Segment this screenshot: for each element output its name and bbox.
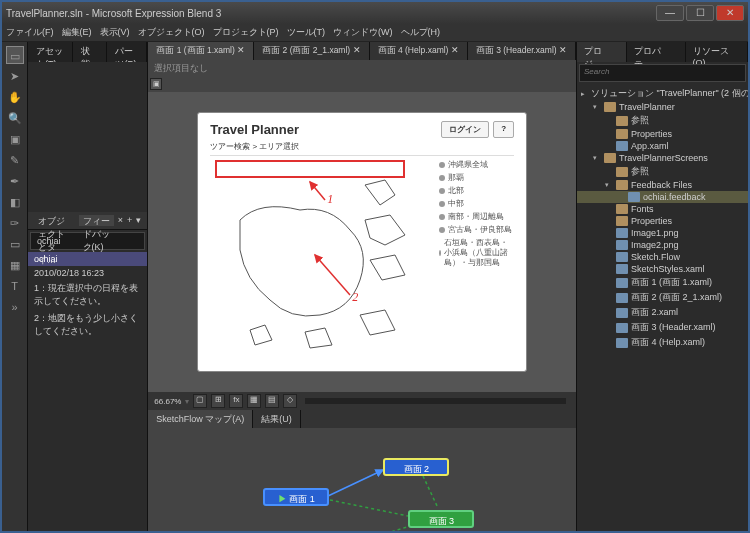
tree-item[interactable]: 参照	[577, 113, 748, 128]
artboard-title: Travel Planner	[210, 122, 299, 137]
pan-tool-icon[interactable]: ✋	[6, 88, 24, 106]
selection-tool-icon[interactable]: ▭	[6, 46, 24, 64]
rectangle-tool-icon[interactable]: ▭	[6, 235, 24, 253]
right-tab[interactable]: リソース(O)	[686, 42, 749, 62]
tree-item[interactable]: Properties	[577, 215, 748, 227]
menu-item[interactable]: ウィンドウ(W)	[333, 26, 393, 39]
camera-tool-icon[interactable]: ▣	[6, 130, 24, 148]
menu-item[interactable]: プロジェクト(P)	[213, 26, 279, 39]
menu-item[interactable]: オブジェクト(O)	[138, 26, 205, 39]
left-tabs: アセット(T)状態(S)パーツ(P)	[28, 42, 147, 62]
left-tab[interactable]: パーツ(P)	[107, 42, 147, 62]
tree-item[interactable]: Image2.png	[577, 239, 748, 251]
flow-node-2[interactable]: 画面 2	[383, 458, 449, 476]
crumb-1[interactable]: ツアー検索	[210, 142, 250, 151]
crumb-2: エリア選択	[259, 142, 299, 151]
brush-tool-icon[interactable]: ✒	[6, 172, 24, 190]
layout-tool-icon[interactable]: ▦	[6, 256, 24, 274]
zoom-percent[interactable]: 66.67%	[154, 397, 181, 406]
feedback-item: 1：現在選択中の日程を表示してください。	[28, 280, 147, 310]
title-bar: TravelPlanner.sln - Microsoft Expression…	[2, 2, 748, 24]
snap-icon[interactable]: ▤	[265, 394, 279, 408]
tree-item[interactable]: ochiai.feedback	[577, 191, 748, 203]
fit-icon[interactable]: ▢	[193, 394, 207, 408]
help-button[interactable]: ?	[493, 121, 514, 138]
tree-item[interactable]: 画面 3 (Header.xaml)	[577, 320, 748, 335]
tree-item[interactable]: 画面 4 (Help.xaml)	[577, 335, 748, 350]
tree-item[interactable]: 画面 2 (画面 2_1.xaml)	[577, 290, 748, 305]
login-button[interactable]: ログイン	[441, 121, 489, 138]
document-tab[interactable]: 画面 2 (画面 2_1.xaml) ✕	[254, 42, 369, 60]
flow-tab[interactable]: 結果(U)	[253, 410, 301, 428]
tree-item[interactable]: App.xaml	[577, 140, 748, 152]
actual-size-icon[interactable]: ⊞	[211, 394, 225, 408]
close-button[interactable]: ✕	[716, 5, 744, 21]
feedback-name: ochiai	[28, 252, 147, 266]
horizontal-scrollbar[interactable]	[305, 398, 566, 404]
panel-action-icon[interactable]: ▾	[136, 215, 141, 226]
panel-action-icon[interactable]: ×	[118, 215, 123, 226]
tree-item[interactable]: ▾Feedback Files	[577, 179, 748, 191]
tree-item[interactable]: Fonts	[577, 203, 748, 215]
document-tab[interactable]: 画面 4 (Help.xaml) ✕	[370, 42, 468, 60]
legend-item[interactable]: 中部	[439, 199, 514, 209]
tree-item[interactable]: 画面 2.xaml	[577, 305, 748, 320]
menu-item[interactable]: ファイル(F)	[6, 26, 54, 39]
grid-icon[interactable]: ▦	[247, 394, 261, 408]
eyedropper-tool-icon[interactable]: ✎	[6, 151, 24, 169]
tree-item[interactable]: SketchStyles.xaml	[577, 263, 748, 275]
legend-item[interactable]: 南部・周辺離島	[439, 212, 514, 222]
pen-tool-icon[interactable]: ✑	[6, 214, 24, 232]
asset-tool-icon[interactable]: »	[6, 298, 24, 316]
tree-item[interactable]: Image1.png	[577, 227, 748, 239]
panel-tab[interactable]: フィードバック(K)	[79, 215, 114, 226]
tree-item[interactable]: ▸ソリューション "TravelPlanner" (2 個のプロジェクト)	[577, 86, 748, 101]
legend-item[interactable]: 石垣島・西表島・小浜島（八重山諸島）・与那国島	[439, 238, 514, 268]
objects-feedback-tabs: オブジェクトとタイ…フィードバック(K)×+▾	[28, 212, 147, 230]
flow-tab[interactable]: SketchFlow マップ(A)	[148, 410, 253, 428]
menu-item[interactable]: ツール(T)	[287, 26, 326, 39]
tree-item[interactable]: 参照	[577, 164, 748, 179]
flow-node-1[interactable]: ▶ 画面 1	[263, 488, 329, 506]
effects-toggle-icon[interactable]: fx	[229, 394, 243, 408]
gradient-tool-icon[interactable]: ◧	[6, 193, 24, 211]
legend-item[interactable]: 那覇	[439, 173, 514, 183]
tree-item[interactable]: Properties	[577, 128, 748, 140]
svg-line-4	[330, 500, 408, 516]
legend-item[interactable]: 北部	[439, 186, 514, 196]
maximize-button[interactable]: ☐	[686, 5, 714, 21]
right-tab[interactable]: プロジ…	[577, 42, 627, 62]
panel-tab[interactable]: オブジェクトとタイ…	[34, 215, 75, 226]
direct-select-tool-icon[interactable]: ➤	[6, 67, 24, 85]
legend-item[interactable]: 宮古島・伊良部島	[439, 225, 514, 235]
tree-item[interactable]: 画面 1 (画面 1.xaml)	[577, 275, 748, 290]
menu-item[interactable]: ヘルプ(H)	[401, 26, 441, 39]
legend-item[interactable]: 沖縄県全域	[439, 160, 514, 170]
annotation-label-2: 2	[352, 290, 358, 305]
minimize-button[interactable]: —	[656, 5, 684, 21]
document-tab[interactable]: 画面 3 (Header.xaml) ✕	[468, 42, 576, 60]
sketchflow-map[interactable]: ▶ 画面 1 画面 2 画面 3 画面 4	[148, 428, 576, 533]
design-artboard[interactable]: Travel Planner ログイン ? ツアー検索 > エリア選択	[197, 112, 527, 372]
feedback-item: 2：地図をもう少し小さくしてください。	[28, 310, 147, 340]
annotation-label-1: 1	[327, 192, 333, 207]
document-tabs: 画面 1 (画面 1.xaml) ✕画面 2 (画面 2_1.xaml) ✕画面…	[148, 42, 576, 60]
left-tab[interactable]: アセット(T)	[28, 42, 73, 62]
project-search-input[interactable]: Search	[579, 64, 746, 82]
right-tab[interactable]: プロパテ…	[627, 42, 686, 62]
flow-node-3[interactable]: 画面 3	[408, 510, 474, 528]
menu-item[interactable]: 表示(V)	[100, 26, 130, 39]
left-tab[interactable]: 状態(S)	[73, 42, 108, 62]
tree-item[interactable]: ▾TravelPlanner	[577, 101, 748, 113]
map-sketch	[210, 160, 420, 355]
tool-strip: ▭ ➤ ✋ 🔍 ▣ ✎ ✒ ◧ ✑ ▭ ▦ T »	[2, 42, 28, 533]
tree-item[interactable]: ▾TravelPlannerScreens	[577, 152, 748, 164]
menu-item[interactable]: 編集(E)	[62, 26, 92, 39]
design-view-icon[interactable]: ▣	[150, 78, 162, 90]
annotations-icon[interactable]: ◇	[283, 394, 297, 408]
tree-item[interactable]: Sketch.Flow	[577, 251, 748, 263]
text-tool-icon[interactable]: T	[6, 277, 24, 295]
document-tab[interactable]: 画面 1 (画面 1.xaml) ✕	[148, 42, 254, 60]
panel-action-icon[interactable]: +	[127, 215, 132, 226]
zoom-tool-icon[interactable]: 🔍	[6, 109, 24, 127]
